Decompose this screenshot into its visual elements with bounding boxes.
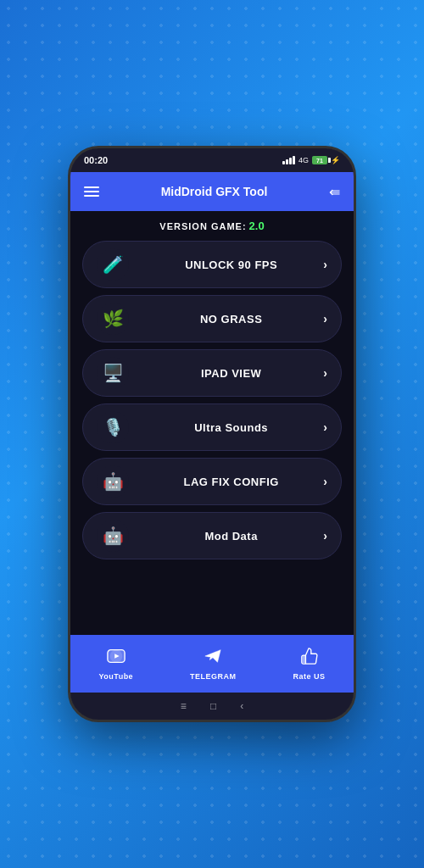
system-home-btn[interactable]: □ — [210, 700, 216, 712]
bottom-navigation: YouTube TELEGRAM Rate US — [70, 635, 354, 693]
nav-telegram[interactable]: TELEGRAM — [190, 647, 237, 681]
app-header: MidDroid GFX Tool ⇚ — [70, 172, 354, 211]
mod-data-icon: 🤖 — [97, 520, 129, 552]
lag-fix-icon: 🤖 — [97, 465, 129, 498]
network-type: 4G — [298, 156, 309, 164]
ultra-sounds-icon: 🎙️ — [97, 411, 129, 443]
app-title: MidDroid GFX Tool — [161, 185, 268, 198]
menu-item-no-grass[interactable]: 🌿 NO GRASS › — [82, 295, 342, 342]
chevron-icon: › — [323, 366, 327, 380]
phone-shell: 00:20 4G 71 ⚡ MidDroid GFX Tool ⇚ — [68, 146, 356, 722]
thumbs-up-icon — [300, 647, 319, 670]
ipad-view-label: IPAD VIEW — [139, 367, 323, 380]
signal-icon — [282, 156, 295, 164]
menu-item-lag-fix-config[interactable]: 🤖 LAG FIX CONFIG › — [82, 458, 342, 505]
chevron-icon: › — [323, 529, 327, 542]
version-label: VERSION GAME: — [159, 221, 246, 231]
system-menu-btn[interactable]: ≡ — [181, 700, 187, 712]
youtube-label: YouTube — [98, 672, 133, 681]
status-bar: 00:20 4G 71 ⚡ — [70, 148, 354, 172]
system-nav-bar: ≡ □ ‹ — [70, 693, 354, 720]
youtube-icon — [107, 647, 126, 670]
share-icon[interactable]: ⇚ — [329, 184, 340, 200]
menu-item-ipad-view[interactable]: 🖥️ IPAD VIEW › — [82, 349, 342, 397]
mod-data-label: Mod Data — [139, 530, 323, 542]
status-time: 00:20 — [84, 155, 108, 165]
version-badge: VERSION GAME: 2.0 — [82, 220, 342, 232]
menu-item-unlock-90fps[interactable]: 🧪 UNLOCK 90 FPS › — [82, 241, 342, 288]
status-icons: 4G 71 ⚡ — [282, 156, 340, 164]
chevron-icon: › — [323, 475, 327, 488]
lag-fix-label: LAG FIX CONFIG — [139, 476, 323, 488]
rate-us-label: Rate US — [293, 672, 326, 681]
battery-icon: 71 — [312, 156, 327, 164]
menu-item-mod-data[interactable]: 🤖 Mod Data › — [82, 512, 342, 559]
telegram-icon — [204, 647, 222, 670]
nav-rate-us[interactable]: Rate US — [293, 647, 326, 681]
charging-icon: ⚡ — [331, 156, 340, 164]
version-number: 2.0 — [249, 220, 265, 232]
menu-item-ultra-sounds[interactable]: 🎙️ Ultra Sounds › — [82, 403, 342, 451]
chevron-icon: › — [323, 258, 327, 271]
hamburger-menu[interactable] — [84, 186, 99, 197]
chevron-icon: › — [323, 312, 327, 326]
main-content: VERSION GAME: 2.0 🧪 UNLOCK 90 FPS › 🌿 NO… — [70, 211, 354, 635]
system-back-btn[interactable]: ‹ — [240, 700, 243, 712]
chevron-icon: › — [323, 420, 327, 434]
no-grass-icon: 🌿 — [97, 303, 129, 335]
phone-screen: 00:20 4G 71 ⚡ MidDroid GFX Tool ⇚ — [70, 148, 354, 720]
ipad-view-icon: 🖥️ — [97, 357, 129, 389]
ultra-sounds-label: Ultra Sounds — [139, 421, 323, 434]
unlock-90fps-label: UNLOCK 90 FPS — [139, 259, 323, 271]
no-grass-label: NO GRASS — [139, 313, 323, 326]
unlock-90fps-icon: 🧪 — [97, 248, 129, 281]
telegram-label: TELEGRAM — [190, 672, 237, 681]
nav-youtube[interactable]: YouTube — [98, 647, 133, 681]
